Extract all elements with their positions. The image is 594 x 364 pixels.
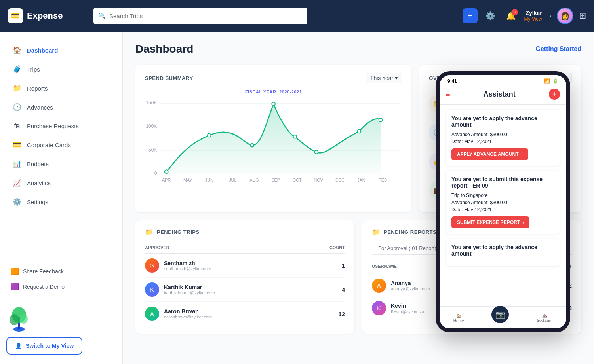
- sidebar-item-corporate-cards[interactable]: 💳 Corporate Cards: [6, 136, 116, 154]
- avatar-ananya: A: [372, 279, 386, 293]
- assistant-msg-3: You are yet to apply the advance amount: [451, 244, 554, 257]
- sidebar: 🏠 Dashboard 🧳 Trips 📁 Reports 🕐 Advances…: [0, 32, 123, 364]
- count-aaron: 12: [338, 311, 345, 317]
- tab-for-approval[interactable]: For Approval ( 01 Report): [372, 242, 443, 255]
- avatar-kevin: K: [372, 301, 386, 315]
- request-demo-label: Request a Demo: [23, 284, 65, 290]
- avatar[interactable]: 👩: [557, 8, 573, 24]
- dashboard-icon: 🏠: [13, 46, 21, 55]
- person-icon: 👤: [15, 343, 22, 349]
- cards-icon: 💳: [13, 140, 21, 149]
- mobile-add-button[interactable]: +: [549, 89, 560, 100]
- svg-point-17: [293, 135, 297, 138]
- getting-started-link[interactable]: Getting Started: [535, 46, 581, 53]
- home-label: Home: [453, 319, 464, 323]
- svg-text:DEC: DEC: [335, 178, 345, 182]
- person-info-senthamizh: Senthamizh senthamizh@zylker.com: [164, 260, 342, 271]
- svg-point-16: [272, 102, 275, 106]
- submit-expense-label: SUBMIT EXPENSE REPORT: [457, 220, 520, 225]
- chevron-down-icon: ▾: [395, 75, 398, 81]
- sidebar-item-label-budgets: Budgets: [27, 161, 49, 167]
- advance-label-2: Advance Amount:: [451, 200, 490, 205]
- sidebar-item-settings[interactable]: ⚙️ Settings: [6, 193, 116, 211]
- table-row: S Senthamizh senthamizh@zylker.com 1: [145, 254, 345, 278]
- sidebar-item-label-purchase: Purchase Requests: [27, 123, 79, 129]
- date-detail-2: Date: May 12,2021: [451, 207, 554, 212]
- assistant-icon-mobile: 🤖: [542, 314, 547, 318]
- sidebar-item-budgets[interactable]: 📊 Budgets: [6, 155, 116, 173]
- approval-tab-label: For Approval ( 01 Report): [378, 245, 436, 251]
- arrow-icon: ›: [521, 152, 523, 157]
- svg-text:100K: 100K: [146, 123, 157, 129]
- svg-point-4: [20, 314, 28, 324]
- grid-icon[interactable]: ⊞: [579, 11, 586, 21]
- assistant-label: Assistant: [537, 319, 553, 323]
- date-label-1: Date:: [451, 139, 464, 144]
- gear-icon: ⚙️: [485, 11, 495, 21]
- sidebar-item-reports[interactable]: 📁 Reports: [6, 79, 116, 97]
- mobile-nav-camera[interactable]: 📷: [491, 306, 509, 323]
- sidebar-item-analytics[interactable]: 📈 Analytics: [6, 174, 116, 192]
- pending-trips-icon: 📁: [145, 228, 153, 236]
- request-demo-button[interactable]: 🟪 Request a Demo: [6, 279, 116, 294]
- chevron-icon: ›: [549, 12, 551, 19]
- logo-icon: 💳: [8, 8, 23, 23]
- sidebar-item-label-dashboard: Dashboard: [27, 47, 58, 54]
- camera-icon: 📷: [495, 310, 505, 319]
- switch-view-button[interactable]: 👤 Switch to My View: [6, 337, 82, 355]
- add-button[interactable]: +: [463, 8, 478, 23]
- mobile-content: You are yet to apply the advance amount …: [440, 105, 566, 311]
- feedback-icon: 🟧: [11, 267, 19, 275]
- pending-trips-card: 📁 PENDING TRIPS APPROVER COUNT S Sentham…: [135, 220, 354, 334]
- settings-icon: ⚙️: [13, 197, 21, 206]
- share-feedback-button[interactable]: 🟧 Share Feedback: [6, 264, 116, 279]
- spend-chart: 150K 100K 50K 0: [145, 97, 402, 184]
- assistant-card-1: You are yet to apply the advance amount …: [446, 110, 560, 166]
- svg-text:0: 0: [154, 171, 157, 176]
- mobile-assistant-title: Assistant: [484, 90, 516, 99]
- col-count: COUNT: [329, 245, 345, 250]
- settings-button[interactable]: ⚙️: [483, 8, 498, 23]
- pending-reports-icon: 📁: [372, 228, 380, 236]
- person-email-karthik: karthik.kumar@zylker.com: [164, 290, 342, 295]
- mobile-status-icons: 📶 🔋: [544, 78, 558, 84]
- svg-text:APR: APR: [162, 178, 171, 182]
- svg-text:150K: 150K: [146, 100, 157, 106]
- assistant-msg-2: You are yet to submit this expense repor…: [451, 176, 554, 189]
- notifications-button[interactable]: 🔔 6: [504, 8, 519, 23]
- plant-decoration: [3, 301, 35, 332]
- spend-summary-header: SPEND SUMMARY This Year ▾: [145, 73, 402, 83]
- submit-expense-button[interactable]: SUBMIT EXPENSE REPORT ›: [451, 216, 529, 228]
- sidebar-item-advances[interactable]: 🕐 Advances: [6, 98, 116, 116]
- search-icon: 🔍: [98, 12, 106, 20]
- sidebar-item-dashboard[interactable]: 🏠 Dashboard: [6, 41, 116, 59]
- sidebar-item-trips[interactable]: 🧳 Trips: [6, 60, 116, 78]
- avatar-senthamizh: S: [145, 258, 159, 273]
- svg-point-20: [379, 118, 383, 122]
- svg-text:JUL: JUL: [229, 178, 236, 182]
- page-header: Dashboard Getting Started: [135, 43, 581, 55]
- sidebar-item-purchase-requests[interactable]: 🛍 Purchase Requests: [6, 117, 116, 135]
- svg-text:50K: 50K: [148, 147, 157, 153]
- mobile-nav-assistant[interactable]: 🤖 Assistant: [537, 314, 553, 323]
- svg-point-13: [165, 170, 168, 173]
- demo-icon: 🟪: [11, 283, 19, 290]
- avatar-aaron: A: [145, 307, 159, 321]
- pending-trips-title: PENDING TRIPS: [157, 229, 200, 235]
- pending-trips-table-header: APPROVER COUNT: [145, 242, 345, 254]
- svg-point-14: [208, 134, 211, 137]
- count-senthamizh: 1: [342, 262, 345, 269]
- mobile-time: 9:41: [447, 78, 457, 84]
- spend-year-selector[interactable]: This Year ▾: [366, 73, 402, 83]
- person-info-aaron: Aaron Brown aaronbrown@zylker.com: [164, 308, 338, 319]
- svg-text:SEP: SEP: [271, 178, 280, 182]
- advance-amount-detail-2: Advance Amount: $300.00: [451, 200, 554, 205]
- search-input[interactable]: [93, 8, 307, 24]
- hamburger-icon[interactable]: ≡: [446, 90, 450, 99]
- apply-advance-button[interactable]: APPLY ADVANCE AMOUNT ›: [451, 148, 528, 160]
- table-row: A Aaron Brown aaronbrown@zylker.com 12: [145, 302, 345, 326]
- pending-reports-title: PENDING REPORTS: [384, 229, 436, 235]
- mobile-nav-home[interactable]: 🏠 Home: [453, 314, 464, 323]
- sidebar-bottom: 🟧 Share Feedback 🟪 Request a Demo 👤 Swit…: [6, 257, 116, 355]
- spend-summary-card: SPEND SUMMARY This Year ▾ FISCAL YEAR: 2…: [135, 65, 411, 212]
